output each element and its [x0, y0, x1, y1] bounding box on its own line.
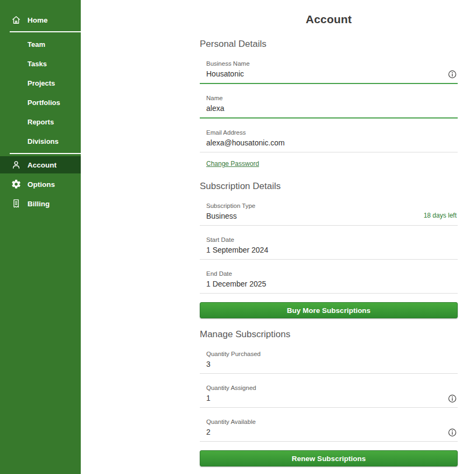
- info-icon[interactable]: [448, 428, 457, 437]
- quantity-purchased-field-row: Quantity Purchased 3: [200, 349, 458, 374]
- quantity-available-label: Quantity Available: [206, 419, 458, 425]
- receipt-icon: [11, 198, 22, 209]
- quantity-assigned-value: 1: [206, 394, 458, 407]
- sidebar: Home Team Tasks Projects Portfolios Repo…: [0, 0, 81, 474]
- sidebar-divider: [10, 153, 81, 154]
- start-date-field-row: Start Date 1 September 2024: [200, 235, 458, 260]
- sidebar-item-billing[interactable]: Billing: [0, 194, 81, 213]
- gear-icon: [11, 179, 22, 190]
- name-input[interactable]: [206, 104, 432, 117]
- person-icon: [11, 159, 22, 170]
- sidebar-divider: [10, 31, 81, 32]
- sidebar-item-reports[interactable]: Reports: [0, 112, 81, 131]
- subscription-type-field-row: Subscription Type Business 18 days left: [200, 201, 458, 226]
- info-icon[interactable]: [448, 70, 457, 79]
- end-date-field-row: End Date 1 December 2025: [200, 269, 458, 294]
- quantity-assigned-label: Quantity Assigned: [206, 385, 458, 391]
- name-label: Name: [206, 95, 458, 101]
- business-name-field-row: Business Name: [200, 59, 458, 84]
- sidebar-item-label: Billing: [27, 200, 50, 208]
- name-field-row: Name: [200, 93, 458, 119]
- quantity-purchased-value: 3: [206, 360, 458, 373]
- section-title-manage-subscriptions: Manage Subscriptions: [200, 329, 458, 340]
- sidebar-item-team[interactable]: Team: [0, 34, 81, 54]
- start-date-value: 1 September 2024: [206, 246, 458, 259]
- subscription-type-value: Business: [206, 212, 458, 225]
- email-label: Email Address: [206, 129, 458, 136]
- sidebar-item-label: Home: [27, 16, 48, 24]
- sidebar-item-projects[interactable]: Projects: [0, 73, 81, 93]
- app-window: Home Team Tasks Projects Portfolios Repo…: [0, 0, 476, 474]
- renew-subscriptions-button[interactable]: Renew Subscriptions: [200, 450, 458, 466]
- sidebar-item-tasks[interactable]: Tasks: [0, 54, 81, 73]
- info-icon[interactable]: [448, 394, 457, 403]
- days-left-badge: 18 days left: [424, 212, 457, 219]
- end-date-value: 1 December 2025: [206, 280, 458, 293]
- sidebar-item-account[interactable]: Account: [0, 156, 81, 173]
- quantity-assigned-field-row: Quantity Assigned 1: [200, 383, 458, 408]
- sidebar-item-options[interactable]: Options: [0, 175, 81, 194]
- quantity-available-value: 2: [206, 428, 458, 441]
- end-date-label: End Date: [206, 270, 458, 277]
- sidebar-item-divisions[interactable]: Divisions: [0, 131, 81, 151]
- sidebar-item-label: Options: [27, 180, 55, 189]
- change-password-link[interactable]: Change Password: [206, 160, 259, 168]
- business-name-label: Business Name: [206, 60, 458, 67]
- sidebar-item-home[interactable]: Home: [0, 11, 81, 29]
- business-name-input[interactable]: [206, 69, 432, 83]
- email-value: alexa@housatonic.com: [206, 138, 458, 152]
- main-content: Account Personal Details Business Name N…: [81, 0, 476, 474]
- start-date-label: Start Date: [206, 236, 458, 243]
- home-icon: [11, 15, 22, 25]
- sidebar-item-label: Account: [27, 161, 57, 169]
- buy-more-subscriptions-button[interactable]: Buy More Subscriptions: [200, 302, 458, 318]
- section-title-personal-details: Personal Details: [200, 39, 458, 50]
- sidebar-item-portfolios[interactable]: Portfolios: [0, 93, 81, 112]
- page-title: Account: [200, 13, 458, 26]
- email-field-row: Email Address alexa@housatonic.com: [200, 128, 458, 152]
- quantity-available-field-row: Quantity Available 2: [200, 417, 458, 442]
- subscription-type-label: Subscription Type: [206, 203, 458, 209]
- quantity-purchased-label: Quantity Purchased: [206, 351, 458, 357]
- section-title-subscription-details: Subscription Details: [200, 181, 458, 192]
